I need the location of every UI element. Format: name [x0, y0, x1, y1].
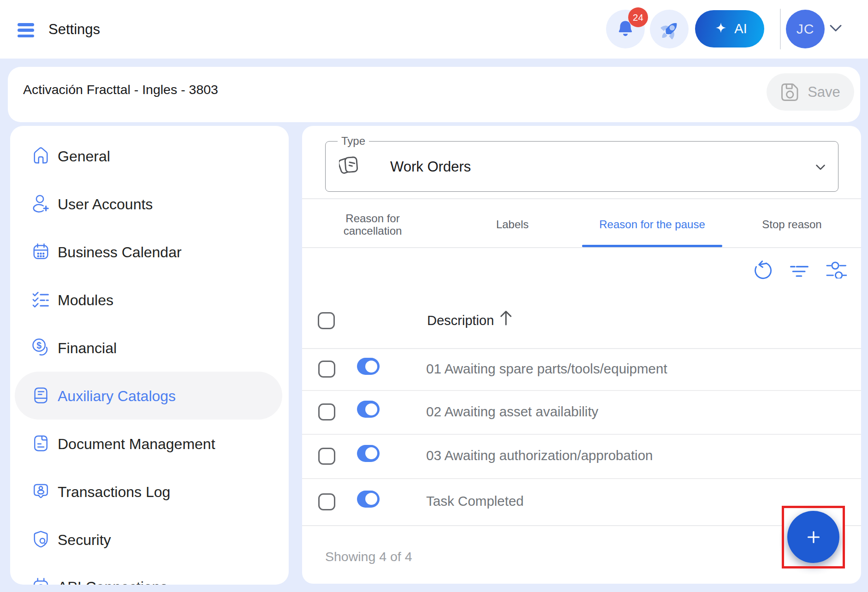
svg-text:$: $ — [36, 340, 42, 350]
